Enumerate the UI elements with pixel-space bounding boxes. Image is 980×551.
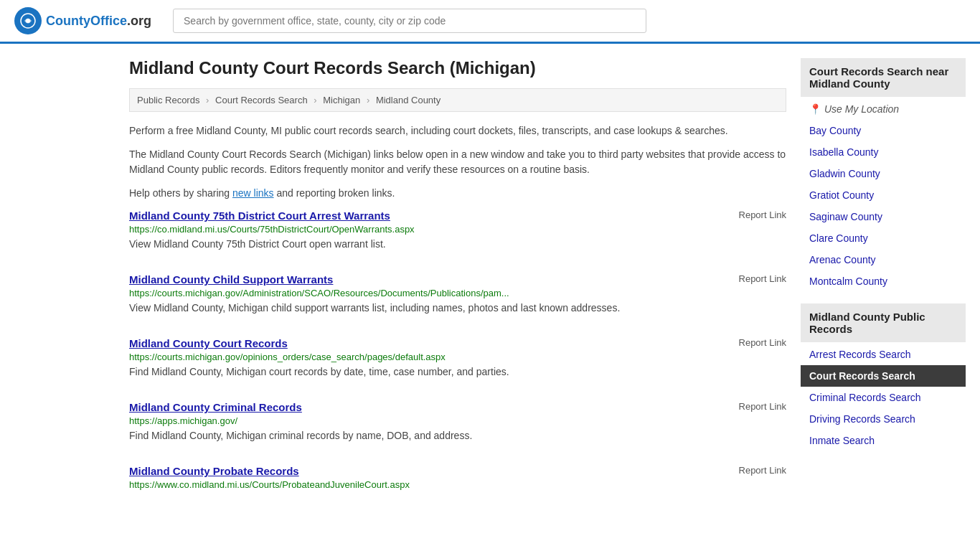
record-title[interactable]: Midland County Child Support Warrants: [129, 273, 333, 286]
description-1: Perform a free Midland County, MI public…: [129, 123, 786, 138]
record-item: Midland County Court Records Report Link…: [129, 337, 786, 387]
report-link[interactable]: Report Link: [739, 273, 786, 284]
record-url[interactable]: https://courts.michigan.gov/Administrati…: [129, 288, 786, 298]
record-url[interactable]: https://apps.michigan.gov/: [129, 415, 786, 426]
breadcrumb-court-records[interactable]: Court Records Search: [215, 95, 308, 105]
sidebar-clare-county[interactable]: Clare County: [801, 227, 966, 249]
sidebar-montcalm-county[interactable]: Montcalm County: [801, 270, 966, 292]
sidebar-gladwin-county[interactable]: Gladwin County: [801, 163, 966, 184]
logo[interactable]: CountyOffice.org: [14, 7, 151, 34]
report-link[interactable]: Report Link: [739, 465, 786, 476]
record-item: Midland County 75th District Court Arres…: [129, 209, 786, 259]
record-desc: View Midland County, Michigan child supp…: [129, 301, 786, 316]
breadcrumb: Public Records › Court Records Search › …: [129, 88, 786, 112]
sidebar-criminal-records[interactable]: Criminal Records Search: [801, 387, 966, 408]
main-content: Midland County Court Records Search (Mic…: [129, 58, 786, 514]
record-desc: View Midland County 75th District Court …: [129, 237, 786, 252]
record-title[interactable]: Midland County 75th District Court Arres…: [129, 209, 390, 222]
sidebar: Court Records Search near Midland County…: [801, 58, 966, 514]
sidebar-gratiot-county[interactable]: Gratiot County: [801, 184, 966, 206]
sidebar-isabella-county[interactable]: Isabella County: [801, 141, 966, 163]
sidebar-use-location[interactable]: Use My Location: [801, 98, 966, 120]
sidebar-saginaw-county[interactable]: Saginaw County: [801, 206, 966, 227]
sidebar-arrest-records[interactable]: Arrest Records Search: [801, 344, 966, 365]
header: CountyOffice.org: [0, 0, 980, 44]
description-3: Help others by sharing new links and rep…: [129, 186, 786, 201]
search-input[interactable]: [173, 9, 646, 33]
public-records-section: Midland County Public Records Arrest Rec…: [801, 303, 966, 451]
nearby-section: Court Records Search near Midland County…: [801, 58, 966, 292]
breadcrumb-public-records[interactable]: Public Records: [137, 95, 199, 105]
record-item: Midland County Criminal Records Report L…: [129, 401, 786, 451]
nearby-section-title: Court Records Search near Midland County: [801, 58, 966, 97]
breadcrumb-michigan[interactable]: Michigan: [323, 95, 360, 105]
record-title[interactable]: Midland County Probate Records: [129, 465, 299, 477]
new-links-link[interactable]: new links: [232, 187, 274, 199]
report-link[interactable]: Report Link: [739, 209, 786, 220]
record-item: Midland County Child Support Warrants Re…: [129, 273, 786, 323]
page-title: Midland County Court Records Search (Mic…: [129, 58, 786, 78]
public-records-section-title: Midland County Public Records: [801, 303, 966, 342]
record-item: Midland County Probate Records Report Li…: [129, 465, 786, 499]
logo-text: CountyOffice.org: [46, 14, 151, 29]
record-desc: Find Midland County, Michigan criminal r…: [129, 428, 786, 443]
sidebar-inmate-search[interactable]: Inmate Search: [801, 430, 966, 451]
sidebar-driving-records[interactable]: Driving Records Search: [801, 408, 966, 430]
record-desc: Find Midland County, Michigan court reco…: [129, 364, 786, 380]
sidebar-court-records[interactable]: Court Records Search: [801, 365, 966, 387]
svg-point-1: [26, 19, 30, 23]
breadcrumb-midland[interactable]: Midland County: [376, 95, 440, 105]
report-link[interactable]: Report Link: [739, 337, 786, 348]
logo-icon: [14, 7, 42, 34]
record-url[interactable]: https://www.co.midland.mi.us/Courts/Prob…: [129, 479, 786, 490]
record-url[interactable]: https://courts.michigan.gov/opinions_ord…: [129, 352, 786, 362]
record-title[interactable]: Midland County Court Records: [129, 337, 288, 349]
record-url[interactable]: https://co.midland.mi.us/Courts/75thDist…: [129, 224, 786, 235]
record-title[interactable]: Midland County Criminal Records: [129, 401, 302, 413]
description-2: The Midland County Court Records Search …: [129, 147, 786, 177]
records-list: Midland County 75th District Court Arres…: [129, 209, 786, 499]
report-link[interactable]: Report Link: [739, 401, 786, 412]
sidebar-arenac-county[interactable]: Arenac County: [801, 249, 966, 270]
sidebar-bay-county[interactable]: Bay County: [801, 120, 966, 141]
